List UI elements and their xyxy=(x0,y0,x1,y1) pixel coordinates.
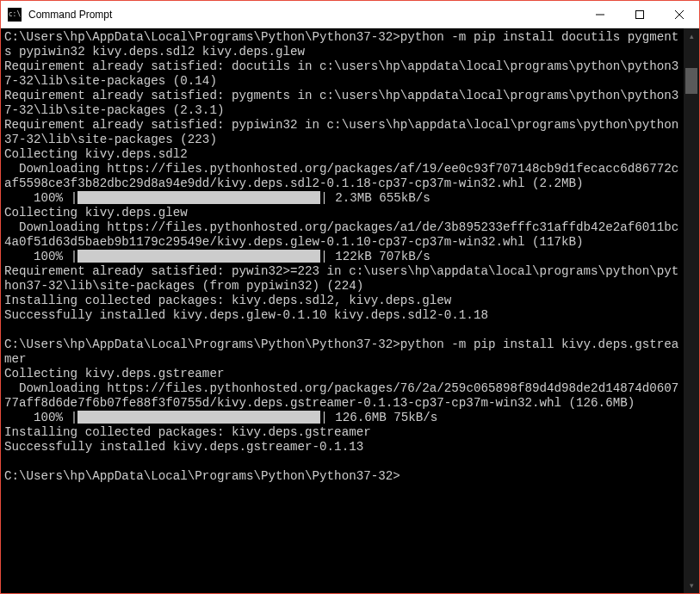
cmd-icon: c:\ xyxy=(8,8,22,22)
scroll-up-icon[interactable]: ▴ xyxy=(684,28,699,44)
window-controls xyxy=(580,1,699,28)
titlebar[interactable]: c:\ Command Prompt xyxy=(1,1,699,28)
terminal-line: C:\Users\hp\AppData\Local\Programs\Pytho… xyxy=(4,30,680,59)
progress-bar xyxy=(77,250,320,263)
terminal-line: Installing collected packages: kivy.deps… xyxy=(4,425,680,440)
terminal-line: Downloading https://files.pythonhosted.o… xyxy=(4,220,680,250)
close-button[interactable] xyxy=(660,1,699,28)
terminal-line: Requirement already satisfied: docutils … xyxy=(4,59,680,89)
terminal-line: 100% || 2.3MB 655kB/s xyxy=(4,191,680,206)
terminal-line: Collecting kivy.deps.gstreamer xyxy=(4,367,680,381)
terminal-area: C:\Users\hp\AppData\Local\Programs\Pytho… xyxy=(1,28,699,593)
terminal-line xyxy=(4,455,680,469)
minimize-button[interactable] xyxy=(580,1,620,28)
terminal-line: Requirement already satisfied: pypiwin32… xyxy=(4,118,680,147)
terminal-line: Requirement already satisfied: pygments … xyxy=(4,89,680,118)
terminal-line: Downloading https://files.pythonhosted.o… xyxy=(4,162,680,191)
progress-bar xyxy=(77,191,320,204)
terminal-line: C:\Users\hp\AppData\Local\Programs\Pytho… xyxy=(4,469,680,484)
terminal-line: Successfully installed kivy.deps.gstream… xyxy=(4,440,680,455)
svg-rect-1 xyxy=(636,10,644,18)
command-prompt-window: c:\ Command Prompt C:\Users\hp\AppData\L… xyxy=(0,0,700,594)
maximize-button[interactable] xyxy=(620,1,660,28)
terminal-line: Collecting kivy.deps.sdl2 xyxy=(4,147,680,162)
scroll-down-icon[interactable]: ▾ xyxy=(684,578,699,593)
window-title: Command Prompt xyxy=(28,9,580,21)
terminal-line: 100% || 126.6MB 75kB/s xyxy=(4,411,680,425)
terminal-line: Installing collected packages: kivy.deps… xyxy=(4,294,680,308)
terminal-output[interactable]: C:\Users\hp\AppData\Local\Programs\Pytho… xyxy=(1,28,684,593)
terminal-line: Collecting kivy.deps.glew xyxy=(4,206,680,220)
progress-bar xyxy=(77,411,320,424)
terminal-line: C:\Users\hp\AppData\Local\Programs\Pytho… xyxy=(4,337,680,367)
terminal-line: Downloading https://files.pythonhosted.o… xyxy=(4,381,680,411)
scroll-thumb[interactable] xyxy=(685,68,697,94)
terminal-line: Successfully installed kivy.deps.glew-0.… xyxy=(4,308,680,323)
terminal-line xyxy=(4,323,680,337)
terminal-line: Requirement already satisfied: pywin32>=… xyxy=(4,264,680,294)
terminal-line: 100% || 122kB 707kB/s xyxy=(4,250,680,264)
scrollbar[interactable]: ▴ ▾ xyxy=(684,28,699,593)
